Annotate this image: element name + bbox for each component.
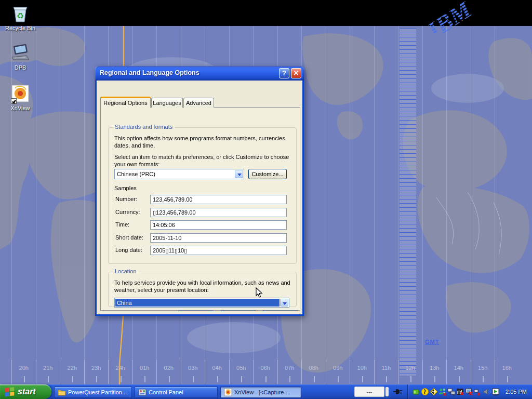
- samples-label: Samples: [114, 184, 137, 192]
- dialog-body: Regional OptionsLanguagesAdvanced Standa…: [95, 81, 304, 316]
- close-button[interactable]: ✕: [291, 68, 301, 78]
- sample-label: Number:: [115, 196, 137, 202]
- format-combobox-value: Chinese (PRC): [117, 171, 233, 177]
- top-black-band: IBM: [0, 0, 532, 26]
- system-tray: [407, 384, 502, 399]
- dialog-titlebar[interactable]: Regional and Language Options ? ✕: [95, 66, 304, 81]
- display-icon[interactable]: [491, 388, 500, 396]
- task-button-label: PowerQuest Partition...: [68, 389, 127, 395]
- ibm-logo: IBM: [393, 0, 502, 33]
- task-buttons: PowerQuest Partition...Control PanelXnVi…: [51, 386, 354, 398]
- standards-group-label: Standards and formats: [113, 124, 175, 130]
- location-description: To help services provide you with local …: [114, 279, 294, 294]
- desktop-icon-label: XnView: [0, 105, 41, 111]
- start-button[interactable]: start: [0, 384, 51, 399]
- app-error-icon[interactable]: [456, 388, 464, 396]
- tab-regional-options[interactable]: Regional Options: [100, 97, 151, 108]
- format-combobox[interactable]: Chinese (PRC): [114, 169, 244, 179]
- chevron-down-icon[interactable]: [280, 299, 288, 307]
- ibm-logo-text: IBM: [422, 0, 477, 33]
- control-panel-icon: [138, 388, 147, 396]
- task-button-control-panel[interactable]: Control Panel: [135, 387, 218, 398]
- sample-label: Currency:: [115, 209, 140, 215]
- sample-field-time-[interactable]: 14:05:06: [150, 220, 287, 230]
- sample-field-number-[interactable]: 123,456,789.00: [150, 195, 287, 204]
- start-button-label: start: [18, 387, 36, 396]
- deskband-grip[interactable]: [385, 387, 389, 396]
- network-places-icon[interactable]: [447, 388, 456, 396]
- task-button-label: XnView - [<Capture-...: [234, 389, 290, 395]
- sample-field-short-date-[interactable]: 2005-11-10: [150, 233, 287, 243]
- shortcut-arrow-icon: [11, 98, 17, 104]
- standards-select-hint: Select an item to match its preferences,…: [114, 153, 296, 168]
- xnview-icon: [224, 388, 232, 396]
- taskbar-clock[interactable]: 2:05 PM: [502, 389, 532, 395]
- desktop-icon-label: DPB: [0, 64, 41, 71]
- sample-label: Time:: [115, 221, 129, 228]
- recycle-bin-icon: ♻: [10, 3, 31, 24]
- power-plug-icon: [393, 387, 404, 396]
- deskband[interactable]: ---: [354, 387, 384, 397]
- task-button-label: Control Panel: [149, 389, 183, 395]
- regional-language-options-dialog: Regional and Language Options ? ✕ Region…: [95, 66, 304, 316]
- volume-icon[interactable]: [483, 388, 491, 396]
- laptop-icon: [10, 43, 31, 63]
- windows-flag-icon: [5, 387, 15, 397]
- desktop-icon-dpb[interactable]: DPB: [0, 43, 41, 71]
- location-combobox[interactable]: China: [114, 298, 289, 308]
- location-group-label: Location: [113, 268, 139, 274]
- svg-text:♻: ♻: [17, 11, 24, 20]
- mouse-cursor: [256, 287, 263, 298]
- xnview-shortcut-icon: [10, 83, 31, 104]
- task-button-xnview-capture[interactable]: XnView - [<Capture-...: [220, 387, 301, 398]
- chevron-down-icon[interactable]: [235, 170, 243, 178]
- customize-button[interactable]: Customize...: [248, 169, 287, 179]
- sample-field-long-date-[interactable]: 2005▯11▯10▯: [150, 246, 287, 255]
- help-button[interactable]: ?: [279, 68, 289, 78]
- desktop-icon-recycle-bin[interactable]: ♻ Recycle Bin: [0, 3, 41, 31]
- messenger-icon[interactable]: [421, 388, 429, 396]
- location-combobox-value: China: [117, 300, 278, 306]
- network-error-icon[interactable]: [474, 388, 482, 396]
- desktop-icon-label: Recycle Bin: [0, 25, 41, 31]
- taskbar: start PowerQuest Partition...Control Pan…: [0, 384, 532, 399]
- dialog-title: Regional and Language Options: [100, 69, 200, 76]
- sample-field-currency-[interactable]: ▯123,456,789.00: [150, 208, 287, 217]
- power-meter-icon[interactable]: [412, 388, 420, 396]
- desktop-icon-xnview[interactable]: XnView: [0, 83, 41, 111]
- sample-label: Long date:: [115, 247, 142, 253]
- computer-error-icon[interactable]: [465, 388, 473, 396]
- access-connections-icon[interactable]: [430, 388, 438, 396]
- tab-page: Standards and formats This option affect…: [100, 107, 300, 311]
- folder-icon: [58, 388, 66, 396]
- standards-description: This option affects how some programs fo…: [114, 135, 294, 149]
- offline-contacts-icon[interactable]: [438, 388, 447, 396]
- sample-label: Short date:: [115, 234, 143, 241]
- tab-languages[interactable]: Languages: [151, 98, 183, 108]
- tab-advanced[interactable]: Advanced: [183, 98, 214, 108]
- task-button-powerquest-partition[interactable]: PowerQuest Partition...: [54, 387, 132, 398]
